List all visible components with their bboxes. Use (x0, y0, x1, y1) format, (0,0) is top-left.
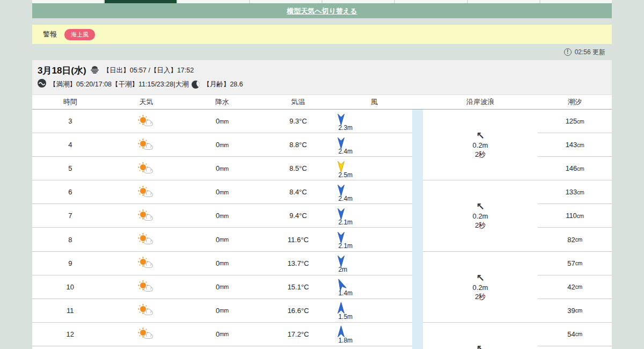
wave-height: 0.2m (473, 283, 488, 292)
precip-cell: 0mm (184, 283, 260, 291)
temp-cell: 11.6°C (260, 236, 336, 244)
wind-cell: 2.1m (336, 206, 412, 226)
tide-cell: 57cm (538, 252, 612, 275)
unit-label: cm (575, 307, 582, 314)
wind-cell: 2.1m (336, 229, 412, 250)
precip-cell: 0mm (184, 164, 260, 172)
wind-direction-arrow-icon (337, 136, 345, 149)
wind-direction-arrow-icon (337, 160, 345, 173)
wind-cell: 2.4m (336, 182, 412, 202)
temp-cell: 16.6°C (260, 307, 336, 315)
sun-behind-cloud-icon (139, 140, 153, 150)
unit-label: cm (575, 283, 582, 290)
top-tab[interactable] (395, 0, 466, 3)
cloud-icon (144, 334, 153, 339)
sea-wind-warning-badge[interactable]: 海上風 (64, 29, 95, 40)
temp-cell: 9.4°C (260, 212, 336, 220)
unit-label: cm (577, 189, 584, 195)
date-header: 3月18日(水) 【日出】05:57 /【日入】17:52 【満潮】05:20/… (32, 60, 612, 95)
wind-cell: 2.5m (336, 158, 412, 179)
temp-cell: 8.8°C (260, 141, 336, 149)
switch-to-horizontal-link[interactable]: 横型天気へ切り替える (287, 7, 357, 15)
sunrise-sunset-info: 【日出】05:57 /【日入】17:52 (103, 66, 194, 75)
hour-cell: 10 (32, 283, 108, 291)
wind-direction-arrow-icon (337, 302, 345, 315)
wave-cell: ↖0.2m2秒 (423, 180, 538, 251)
unit-label: cm (577, 118, 584, 125)
cloud-icon (144, 310, 153, 315)
forecast-row: 100mm15.1°C1.4m (32, 275, 412, 299)
forecast-row: 130mm17.6°C (32, 346, 412, 349)
update-time: 02:56 更新 (575, 48, 605, 57)
top-tab[interactable] (32, 0, 104, 3)
temp-cell: 8.5°C (260, 164, 336, 172)
precip-cell: 0mm (184, 236, 260, 244)
top-tab[interactable] (178, 0, 249, 3)
tide-times-info: 【満潮】05:20/17:08【干潮】11:15/23:28|大潮 (49, 80, 188, 89)
tide-cell: 146cm (538, 157, 612, 180)
wave-height: 0.2m (473, 212, 488, 221)
tide-cell: 54cm (538, 323, 612, 346)
sun-behind-cloud-icon (139, 116, 153, 127)
column-header: 潮汐 (538, 97, 612, 107)
unit-label: mm (219, 260, 229, 266)
cloud-icon (144, 287, 153, 292)
temp-cell: 17.2°C (260, 330, 336, 338)
precip-cell: 0mm (184, 307, 260, 315)
info-icon: ! (564, 48, 572, 56)
sun-behind-cloud-icon (139, 234, 153, 245)
precip-cell: 0mm (184, 330, 260, 338)
view-switch-banner: 横型天気へ切り替える (32, 3, 612, 18)
wind-direction-arrow-icon (337, 325, 345, 338)
forecast-row: 40mm8.8°C2.4m (32, 133, 412, 157)
weather-cell (108, 305, 185, 316)
unit-label: mm (219, 283, 229, 290)
date-title: 3月18日(水) (38, 64, 86, 77)
tide-cell: 42cm (538, 275, 612, 299)
unit-label: mm (219, 307, 229, 314)
forecast-row: 80mm11.6°C2.1m (32, 228, 412, 251)
precip-cell: 0mm (184, 212, 260, 220)
top-tab[interactable] (540, 0, 612, 3)
temp-cell: 15.1°C (260, 283, 336, 291)
top-tab[interactable] (105, 0, 176, 3)
cloud-icon (144, 169, 153, 173)
wave-direction-icon: ↖ (476, 202, 485, 212)
unit-label: cm (577, 142, 584, 148)
sun-behind-cloud-icon (139, 305, 153, 316)
weather-cell (108, 329, 185, 339)
hour-cell: 6 (32, 188, 108, 196)
temp-cell: 8.4°C (260, 188, 336, 196)
tide-cell: 110cm (538, 204, 612, 228)
wave-cell: ↖ (423, 323, 538, 349)
tide-cell: 39cm (538, 299, 612, 323)
update-line: ! 02:56 更新 (32, 44, 612, 60)
wind-cell: 1.8m (336, 324, 412, 344)
wind-cell: 2.3m (336, 111, 412, 132)
unit-label: cm (577, 213, 584, 219)
hour-cell: 5 (32, 164, 108, 172)
tide-cell: 125cm (538, 110, 612, 133)
forecast-row: 90mm13.7°C2m (32, 252, 412, 275)
unit-label: mm (219, 118, 229, 125)
unit-label: mm (219, 165, 229, 172)
sun-behind-cloud-icon (139, 210, 153, 221)
warning-bar: 警報 海上風 (32, 25, 612, 44)
column-header: 天気 (108, 97, 185, 107)
wind-direction-arrow-icon (337, 113, 345, 126)
hour-cell: 7 (32, 212, 108, 220)
column-header: 風 (336, 97, 412, 107)
divider-band (412, 110, 423, 349)
unit-label: mm (219, 236, 229, 243)
unit-label: mm (219, 213, 229, 219)
wind-direction-arrow-icon (337, 184, 345, 197)
sun-behind-cloud-icon (139, 187, 153, 198)
unit-label: cm (575, 236, 582, 243)
hour-cell: 9 (32, 259, 108, 267)
moon-age-info: 【月齢】28.6 (203, 80, 243, 89)
top-tab[interactable] (468, 0, 539, 3)
sun-behind-cloud-icon (139, 258, 153, 268)
column-header: 沿岸波浪 (423, 97, 538, 107)
forecast-row: 50mm8.5°C2.5m (32, 157, 412, 180)
cloud-icon (144, 121, 153, 126)
